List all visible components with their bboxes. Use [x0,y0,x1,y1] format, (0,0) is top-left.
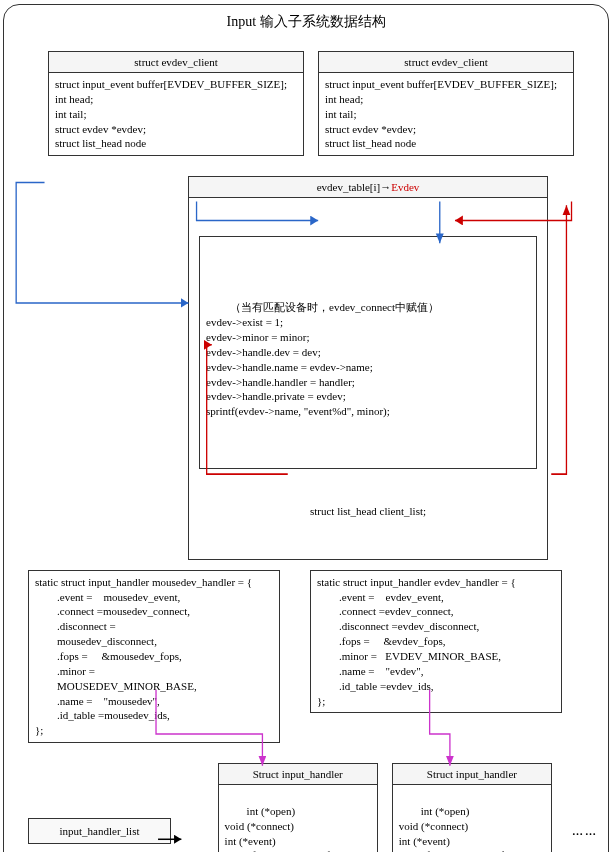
input-handler-box-2: Struct input_handler int (*open) void (*… [392,763,552,852]
input-handler-title-1: Struct input_handler [219,764,377,785]
diagram-page: Input 输入子系统数据结构 struct evdev_client stru… [3,4,609,852]
page-title: Input 输入子系统数据结构 [8,13,604,31]
mousedev-handler-box: static struct input_handler mousedev_han… [28,570,280,743]
ellipsis-1: …… [572,825,598,837]
evdev-table-header-pre: evdev_table[i]→ [317,181,392,193]
evdev-client-left-title: struct evdev_client [49,52,303,73]
evdev-table-header-red: Evdev [391,181,419,193]
input-handler-list-tag: input_handler_list [28,818,171,844]
evdev-table-footer: struct list_head client_list; [199,502,537,521]
evdev-table-box: evdev_table[i]→Evdev （当有匹配设备时，evdev_conn… [188,176,548,560]
input-handler-body-2: int (*open) void (*connect) int (*event)… [399,805,544,852]
input-handler-body-1: int (*open) void (*connect) int (*event)… [225,805,370,852]
evdev-client-left-body: struct input_event buffer[EVDEV_BUFFER_S… [49,73,303,155]
mousedev-handler-body: static struct input_handler mousedev_han… [29,571,279,742]
evdev-table-body: evdev->exist = 1; evdev->minor = minor; … [206,316,390,417]
evdev-table-header: evdev_table[i]→Evdev [189,177,547,198]
evdev-table-note: （当有匹配设备时，evdev_connect中赋值） [206,300,530,315]
evdev-handler-body: static struct input_handler evdev_handle… [311,571,561,713]
evdev-client-left: struct evdev_client struct input_event b… [48,51,304,156]
evdev-client-right: struct evdev_client struct input_event b… [318,51,574,156]
evdev-client-right-title: struct evdev_client [319,52,573,73]
input-handler-box-1: Struct input_handler int (*open) void (*… [218,763,378,852]
evdev-client-right-body: struct input_event buffer[EVDEV_BUFFER_S… [319,73,573,155]
evdev-handler-box: static struct input_handler evdev_handle… [310,570,562,714]
input-handler-title-2: Struct input_handler [393,764,551,785]
evdev-table-inner: （当有匹配设备时，evdev_connect中赋值）evdev->exist =… [200,267,536,438]
